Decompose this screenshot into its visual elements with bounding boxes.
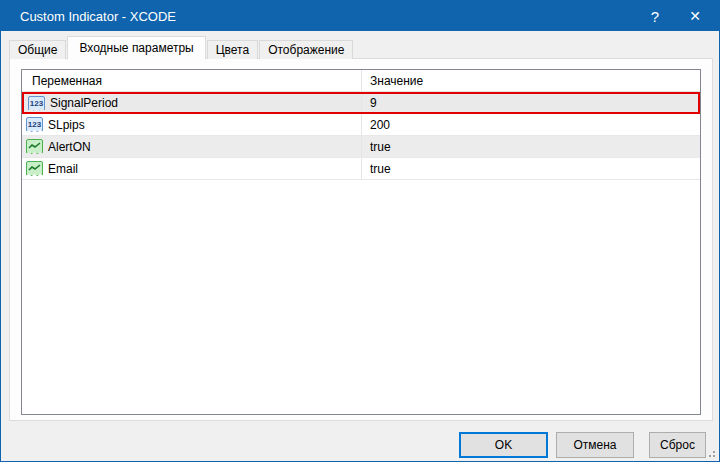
parameters-table[interactable]: Переменная Значение 123 SignalPeriod 9 1… xyxy=(21,69,701,415)
numeric-123-icon: 123 xyxy=(28,96,45,111)
resize-grip[interactable] xyxy=(704,446,716,458)
table-row[interactable]: 123 SLpips 200 xyxy=(22,114,700,136)
param-value[interactable]: 200 xyxy=(362,114,700,135)
param-value[interactable]: true xyxy=(362,136,700,157)
table-header: Переменная Значение xyxy=(22,70,700,92)
window-title: Custom Indicator - XCODE xyxy=(1,9,635,24)
column-header-variable: Переменная xyxy=(22,70,362,91)
ok-button[interactable]: OK xyxy=(459,432,548,458)
param-value[interactable]: true xyxy=(362,158,700,179)
tab-colors[interactable]: Цвета xyxy=(207,40,258,59)
table-row[interactable]: Email true xyxy=(22,158,700,180)
reset-button[interactable]: Сброс xyxy=(649,432,706,458)
numeric-123-icon: 123 xyxy=(26,117,43,132)
param-value[interactable]: 9 xyxy=(362,94,698,112)
param-name: SignalPeriod xyxy=(50,96,118,110)
param-name: Email xyxy=(48,162,78,176)
tab-common[interactable]: Общие xyxy=(9,40,66,59)
column-header-value: Значение xyxy=(362,70,700,91)
dialog-window: Custom Indicator - XCODE ? ✕ Общие Входн… xyxy=(0,0,720,462)
tab-inputs[interactable]: Входные параметры xyxy=(67,36,205,59)
cancel-button[interactable]: Отмена xyxy=(556,432,634,458)
param-name: AlertON xyxy=(48,140,91,154)
help-button[interactable]: ? xyxy=(635,1,675,31)
table-row[interactable]: 123 SignalPeriod 9 xyxy=(22,92,700,114)
tab-bar: Общие Входные параметры Цвета Отображени… xyxy=(9,37,354,59)
close-button[interactable]: ✕ xyxy=(675,1,715,31)
tab-visualization[interactable]: Отображение xyxy=(259,40,353,59)
param-name: SLpips xyxy=(48,118,85,132)
title-bar[interactable]: Custom Indicator - XCODE ? ✕ xyxy=(1,1,719,31)
boolean-chart-icon xyxy=(26,161,43,176)
table-row[interactable]: AlertON true xyxy=(22,136,700,158)
boolean-chart-icon xyxy=(26,139,43,154)
